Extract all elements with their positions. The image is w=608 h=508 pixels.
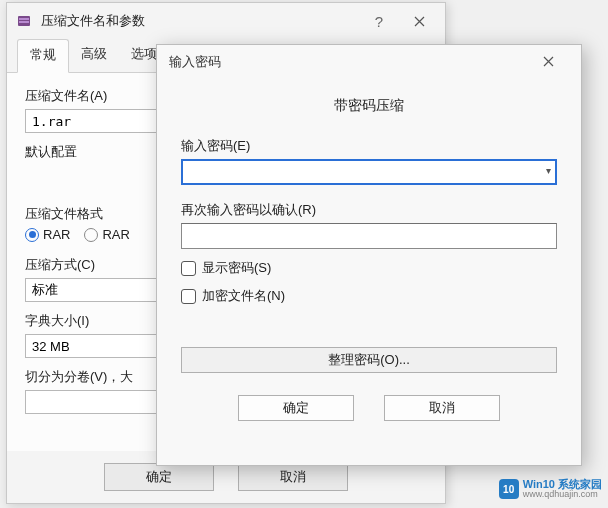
checkbox-icon (181, 289, 196, 304)
watermark-line2: www.qdhuajin.com (523, 490, 602, 500)
dialog-footer: 确定 取消 (7, 463, 445, 491)
radio-label: RAR (102, 227, 129, 242)
cancel-button[interactable]: 取消 (238, 463, 348, 491)
radio-label: RAR (43, 227, 70, 242)
ok-button[interactable]: 确定 (104, 463, 214, 491)
encrypt-names-checkbox[interactable]: 加密文件名(N) (181, 287, 557, 305)
watermark: 10 Win10 系统家园 www.qdhuajin.com (499, 478, 602, 500)
enter-password-label: 输入密码(E) (181, 137, 557, 155)
svg-rect-1 (19, 18, 29, 20)
format-radio-rar4[interactable]: RAR (84, 227, 129, 242)
titlebar: 压缩文件名和参数 ? (7, 3, 445, 39)
svg-rect-2 (19, 21, 29, 23)
password-dialog-title: 输入密码 (169, 53, 221, 71)
checkbox-icon (181, 261, 196, 276)
radio-icon (84, 228, 98, 242)
watermark-badge: 10 (499, 479, 519, 499)
tab-general[interactable]: 常规 (17, 39, 69, 73)
password-footer: 确定 取消 (181, 395, 557, 421)
password-content: 带密码压缩 输入密码(E) ▾ 再次输入密码以确认(R) 显示密码(S) 加密文… (157, 79, 581, 421)
show-password-label: 显示密码(S) (202, 259, 271, 277)
password-titlebar: 输入密码 (157, 45, 581, 79)
show-password-checkbox[interactable]: 显示密码(S) (181, 259, 557, 277)
enter-password-input[interactable] (181, 159, 557, 185)
tab-advanced[interactable]: 高级 (69, 39, 119, 72)
radio-icon (25, 228, 39, 242)
close-button[interactable] (543, 55, 577, 70)
ok-button[interactable]: 确定 (238, 395, 354, 421)
format-radio-rar[interactable]: RAR (25, 227, 70, 242)
reenter-password-label: 再次输入密码以确认(R) (181, 201, 557, 219)
encrypt-names-label: 加密文件名(N) (202, 287, 285, 305)
reenter-password-input[interactable] (181, 223, 557, 249)
password-heading: 带密码压缩 (181, 97, 557, 115)
dict-value: 32 MB (32, 339, 70, 354)
organize-passwords-button[interactable]: 整理密码(O)... (181, 347, 557, 373)
dialog-title: 压缩文件名和参数 (41, 12, 359, 30)
method-value: 标准 (32, 281, 58, 299)
password-dialog: 输入密码 带密码压缩 输入密码(E) ▾ 再次输入密码以确认(R) 显示密码(S… (156, 44, 582, 466)
app-icon (15, 12, 33, 30)
cancel-button[interactable]: 取消 (384, 395, 500, 421)
close-button[interactable] (399, 7, 439, 35)
help-button[interactable]: ? (359, 7, 399, 35)
